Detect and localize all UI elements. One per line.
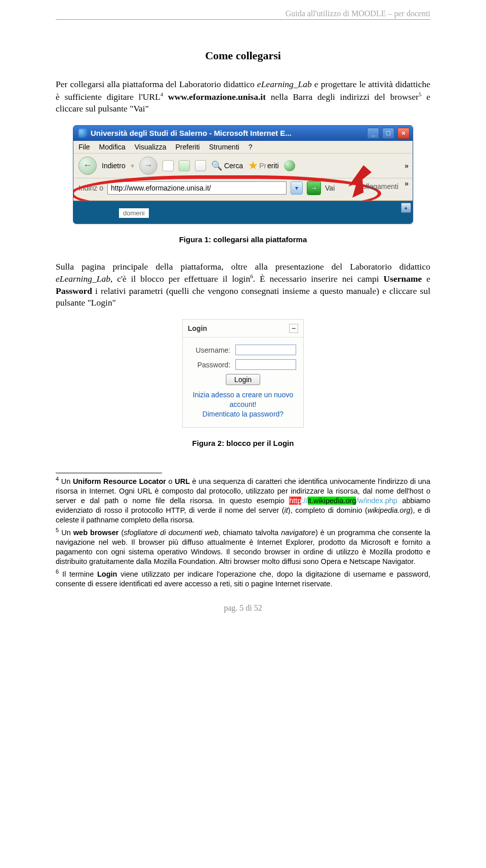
menu-bar: File Modifica Visualizza Preferiti Strum… — [73, 141, 413, 154]
second-paragraph: Sulla pagina principale della piattaform… — [56, 261, 430, 309]
text: Sulla pagina principale della piattaform… — [56, 261, 430, 272]
toolbar-overflow-icon[interactable]: » — [404, 162, 409, 170]
back-button[interactable]: ← — [78, 157, 97, 175]
username-label: Username: — [196, 346, 230, 354]
url-text: www.eformazione.unisa.it — [168, 91, 266, 101]
address-label: Indiriz o — [78, 184, 103, 192]
forward-button[interactable]: → — [139, 157, 157, 175]
username-bold: Username — [384, 274, 422, 284]
text: Per collegarsi alla piattaforma del Labo… — [56, 79, 257, 89]
star-icon: ★ — [248, 159, 258, 172]
figure2-caption: Figura 2: blocco per il Login — [56, 439, 430, 447]
term: Uniform Resource Locator — [73, 477, 166, 485]
refresh-icon[interactable] — [179, 160, 190, 171]
history-icon[interactable] — [284, 160, 295, 171]
collapse-button[interactable]: − — [289, 324, 298, 333]
italic: wikipedia.org — [368, 506, 411, 514]
text: Indiriz — [78, 184, 97, 192]
text: . È necessario inserire nei campi — [253, 274, 384, 284]
password-input[interactable] — [235, 359, 296, 370]
text: ), completo di dominio ( — [288, 506, 368, 514]
arrow-right-icon: → — [144, 160, 153, 171]
forgot-password-link[interactable]: Dimenticato la password? — [190, 409, 296, 419]
section-title: Come collegarsi — [56, 49, 430, 62]
username-row: Username: — [190, 345, 296, 355]
text: i relativi parametri (quelli che vengono… — [56, 286, 430, 308]
term: URL — [175, 477, 190, 485]
text: , c'è il blocco per effettuare il login — [110, 274, 250, 284]
address-dropdown-button[interactable]: ▾ — [291, 181, 303, 195]
menu-edit[interactable]: Modifica — [99, 143, 126, 151]
footnote-4: 4 Un Uniform Resource Locator o URL è un… — [56, 475, 430, 525]
text: :// — [301, 497, 307, 505]
highlight-protocol: http — [289, 497, 301, 505]
address-input[interactable] — [107, 181, 287, 195]
lab-name: eLearning_Lab — [56, 274, 110, 284]
text: nella Barra degli indirizzi del browser — [266, 91, 419, 101]
text: e — [422, 274, 430, 284]
favorites-label: eriti — [267, 162, 279, 170]
menu-favorites[interactable]: Preferiti — [175, 143, 199, 151]
text: o — [166, 477, 175, 485]
footnotes: 4 Un Uniform Resource Locator o URL è un… — [56, 475, 430, 589]
dropdown-icon[interactable]: ▾ — [131, 162, 134, 170]
window-controls: _ □ × — [366, 128, 410, 139]
browser-screenshot: Università degli Studi di Salerno - Micr… — [73, 125, 413, 224]
menu-tools[interactable]: Strumenti — [209, 143, 239, 151]
back-label: Indietro — [102, 162, 126, 170]
browser-content: domeni ▴ — [73, 201, 413, 223]
login-button[interactable]: Login — [226, 374, 260, 385]
password-label: Password: — [197, 361, 230, 369]
password-bold: Password — [56, 286, 92, 296]
text: Il termine — [59, 570, 97, 578]
maximize-button[interactable]: □ — [382, 128, 394, 139]
intro-paragraph: Per collegarsi alla piattaforma del Labo… — [56, 79, 430, 115]
login-box: Login − Username: Password: Login Inizia… — [182, 319, 304, 428]
close-button[interactable]: × — [397, 128, 410, 139]
create-account-link[interactable]: Inizia adesso a creare un nuovo account! — [190, 390, 296, 409]
content-snippet: domeni — [119, 208, 149, 218]
window-titlebar: Università degli Studi di Salerno - Micr… — [73, 126, 413, 141]
login-block-title: Login — [188, 324, 207, 332]
stop-icon[interactable] — [163, 160, 174, 171]
text: Un — [59, 529, 73, 537]
links-overflow-icon[interactable]: » — [404, 179, 409, 187]
text: Un — [59, 477, 73, 485]
window-title: Università degli Studi di Salerno - Micr… — [91, 129, 292, 137]
links-label: Collegamenti — [357, 182, 398, 191]
login-links: Inizia adesso a creare un nuovo account!… — [190, 390, 296, 419]
home-icon[interactable] — [195, 160, 206, 171]
footnote-separator — [56, 473, 162, 473]
lab-name: eLearning_Lab — [257, 79, 312, 89]
text: , chiamato talvolta — [218, 529, 281, 537]
minimize-button[interactable]: _ — [367, 128, 379, 139]
go-button[interactable]: → — [307, 181, 321, 195]
italic: sfogliatore di documenti web — [124, 529, 218, 537]
footnote-6: 6 Il termine Login viene utilizzato per … — [56, 568, 430, 589]
menu-view[interactable]: Visualizza — [135, 143, 167, 151]
search-label: Cerca — [224, 162, 243, 170]
search-button[interactable]: 🔍 Cerca — [211, 160, 243, 171]
highlight-host: it.wikipedia.org — [308, 497, 356, 505]
menu-help[interactable]: ? — [249, 143, 253, 151]
page-header: Guida all'utilizzo di MOODLE – per docen… — [56, 9, 430, 20]
favorites-partial-label: Pr — [259, 162, 266, 170]
text — [163, 91, 168, 101]
search-icon: 🔍 — [211, 160, 222, 171]
favorites-button[interactable]: ★ Preriti — [248, 159, 279, 172]
scroll-up-button[interactable]: ▴ — [401, 203, 411, 213]
highlight-path: /w/index.php — [356, 497, 397, 505]
toolbar: ← Indietro ▾ → 🔍 Cerca ★ Preriti » — [73, 154, 413, 178]
go-label: Vai — [325, 184, 335, 192]
address-bar: Indiriz o ▾ → Vai Collegamenti » — [73, 178, 413, 201]
text: ( — [118, 529, 124, 537]
arrow-left-icon: ← — [83, 160, 92, 171]
menu-file[interactable]: File — [78, 143, 90, 151]
italic: it — [285, 506, 288, 514]
username-input[interactable] — [235, 345, 296, 355]
ie-icon — [78, 129, 88, 138]
figure1-caption: Figura 1: collegarsi alla piattaforma — [56, 235, 430, 244]
term: web browser — [73, 529, 119, 537]
page-footer: pag. 5 di 52 — [56, 603, 430, 613]
italic: navigatore — [281, 529, 315, 537]
